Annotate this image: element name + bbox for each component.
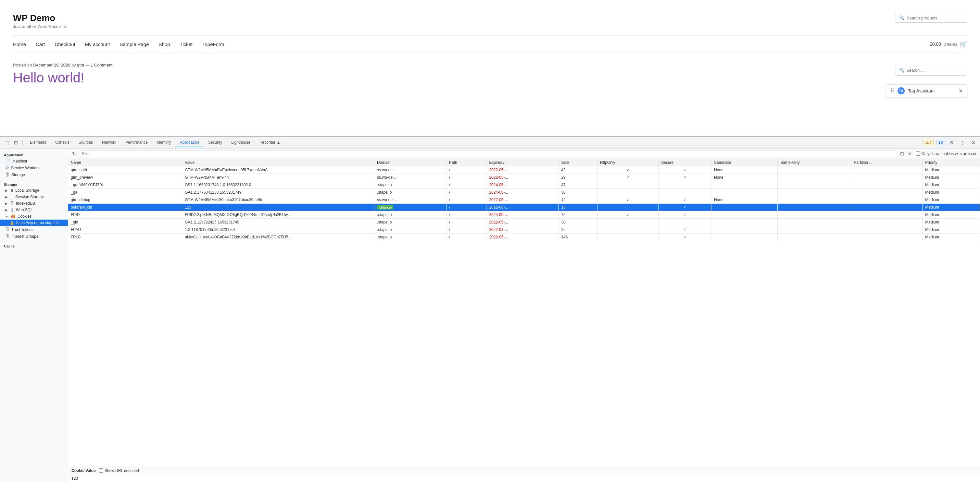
tab-sources[interactable]: Sources [74, 138, 97, 147]
cell-httponly: ✓ [597, 174, 658, 181]
tab-memory[interactable]: Memory [152, 138, 175, 147]
nav-typeform[interactable]: TypeForm [202, 41, 224, 47]
table-row[interactable]: outbrain_cid 123 .stape.io / 2022-06-...… [68, 204, 980, 211]
sidebar-item-storage[interactable]: 🗄 Storage [0, 171, 68, 178]
cell-sameparty [778, 196, 851, 204]
devtools-inspect-icon[interactable]: ⬚ [3, 139, 11, 147]
tag-assistant-close-icon[interactable]: ✕ [959, 88, 963, 94]
tab-security[interactable]: Security [204, 138, 227, 147]
cell-samesite: None [711, 174, 778, 181]
nav-home[interactable]: Home [13, 41, 26, 47]
post-date-link[interactable]: December 29, 2020 [33, 63, 70, 67]
sidebar-item-trust-tokens[interactable]: 🗄 Trust Tokens [0, 226, 68, 233]
sidebar-item-manifest[interactable]: 📄 Manifest [0, 158, 68, 165]
tab-network[interactable]: Network [97, 138, 121, 147]
cell-expires: 2022-05-... [487, 166, 558, 174]
only-issues-checkbox[interactable] [916, 151, 920, 156]
cell-sameparty [778, 181, 851, 189]
filter-options-icon[interactable]: ⊟ [899, 151, 905, 157]
col-domain: Domain [374, 159, 447, 166]
cookies-toolbar: ↻ ⊟ ✕ Only show cookies with an issue [68, 149, 980, 159]
cell-secure: ✓ [659, 174, 711, 181]
cell-secure: ✓ [659, 204, 711, 211]
cell-priority: Medium [923, 174, 980, 181]
col-sameparty: SameParty [778, 159, 851, 166]
tab-elements[interactable]: Elements [25, 138, 51, 147]
cell-value: 1.2.1187017905.1653231751 [182, 226, 374, 233]
tag-assistant-dots-icon[interactable]: ⠿ [890, 87, 894, 94]
table-row[interactable]: FPID FPID2.2.plKNRsMQMXIOO8gBQd%2B4mL3Yy… [68, 211, 980, 219]
table-row[interactable]: _gid GA1.2.126722425.1653231749 .stape.i… [68, 219, 980, 226]
sidebar-item-indexeddb[interactable]: ▶ 🗄 IndexedDB [0, 200, 68, 207]
tab-performance[interactable]: Performance [121, 138, 152, 147]
clear-filter-icon[interactable]: ✕ [907, 151, 913, 157]
col-expires: Expires /... [487, 159, 558, 166]
table-row[interactable]: gtm_preview GTM-W2VN5MM=env-44 ss.wp-de.… [68, 174, 980, 181]
nav-shop[interactable]: Shop [159, 41, 170, 47]
nav-my-account[interactable]: My account [85, 41, 110, 47]
refresh-cookies-button[interactable]: ↻ [71, 151, 77, 157]
manifest-icon: 📄 [5, 159, 10, 163]
table-row[interactable]: gtm_auth GTM-W2VN5MM=FwEpzhvmog05L7xgnoN… [68, 166, 980, 174]
tab-application[interactable]: Application [175, 138, 204, 147]
cell-domain: ss.wp-de... [374, 196, 447, 204]
cell-size: 75 [558, 211, 597, 219]
sidebar-item-interest-groups[interactable]: 🗄 Interest Groups [0, 233, 68, 240]
devtools-device-icon[interactable]: ⊡ [12, 139, 20, 147]
sidebar-search-box[interactable]: 🔍 [896, 65, 967, 76]
nav-cart[interactable]: Cart [36, 41, 45, 47]
cell-secure: ✓ [659, 233, 711, 241]
col-size: Size [558, 159, 597, 166]
cell-partition [851, 189, 923, 196]
site-title: WP Demo [13, 13, 66, 23]
close-devtools-icon[interactable]: ✕ [970, 139, 977, 147]
post-author-link[interactable]: gtm [77, 63, 84, 67]
cell-name: FPLC [68, 233, 182, 241]
sidebar-item-cookies[interactable]: ▼ 🍪 Cookies [0, 213, 68, 220]
table-row[interactable]: _ga_VM9YCFJZ0L GS1.1.1653231748.1.0.1653… [68, 181, 980, 189]
site-search-box[interactable]: 🔍 [896, 13, 967, 23]
show-url-decoded-checkbox[interactable] [99, 468, 103, 472]
table-row[interactable]: FPLC uNtvCUHUcuL4b0GnB4AJZ2bKv9bBLd1dx1%… [68, 233, 980, 241]
cookies-table-wrap: Name Value Domain Path Expires /... Size… [68, 159, 980, 466]
settings-icon[interactable]: ⚙ [948, 139, 956, 147]
sidebar-item-web-sql[interactable]: ▶ 🗄 Web SQL [0, 207, 68, 213]
devtools-tabs: Elements Console Sources Network Perform… [25, 138, 285, 147]
tab-console[interactable]: Console [51, 138, 74, 147]
sidebar-item-local-storage[interactable]: ▶ ⊞ Local Storage [0, 187, 68, 193]
table-row[interactable]: _ga GA1.2.1776041238.1653231749 .stape.i… [68, 189, 980, 196]
nav-checkout[interactable]: Checkout [54, 41, 75, 47]
col-samesite: SameSite [711, 159, 778, 166]
tab-lighthouse[interactable]: Lighthouse [227, 138, 255, 147]
sidebar-item-cookies-child[interactable]: 🔒 https://wp-demo.stape.io [0, 220, 68, 226]
cookie-value-display: 123 [68, 475, 980, 482]
table-row[interactable]: gtm_debug GTM-W2VN5MM=180ec4a3197bbac30a… [68, 196, 980, 204]
nav-sample-page[interactable]: Sample Page [119, 41, 149, 47]
cell-name: FPAU [68, 226, 182, 233]
cell-size: 29 [558, 226, 597, 233]
table-row[interactable]: FPAU 1.2.1187017905.1653231751 .stape.io… [68, 226, 980, 233]
nav-ticket[interactable]: Ticket [180, 41, 192, 47]
devtools-panel: ⬚ ⊡ Elements Console Sources Network Per… [0, 136, 980, 482]
devtools-body: Application 📄 Manifest ⚙ Service Workers… [0, 149, 980, 482]
cell-path: / [447, 204, 487, 211]
filter-options: ⊟ ✕ [899, 151, 913, 157]
sidebar-search-input[interactable] [906, 68, 963, 73]
cell-httponly [597, 219, 658, 226]
site-search-input[interactable] [907, 16, 963, 21]
cell-size: 29 [558, 174, 597, 181]
cell-httponly: ✓ [597, 211, 658, 219]
more-options-icon[interactable]: ⋮ [959, 139, 967, 147]
sidebar-item-session-storage[interactable]: ▶ ⊞ Session Storage [0, 193, 68, 200]
cell-name: FPID [68, 211, 182, 219]
cell-sameparty [778, 226, 851, 233]
cell-path: / [447, 211, 487, 219]
cell-priority: Medium [923, 211, 980, 219]
tab-recorder[interactable]: Recorder ▲ [255, 138, 285, 147]
filter-input[interactable] [80, 151, 896, 157]
post-comment-link[interactable]: 1 Comment [91, 63, 112, 67]
sidebar-item-service-workers[interactable]: ⚙ Service Workers [0, 165, 68, 171]
session-storage-grid-icon: ⊞ [10, 195, 13, 199]
cell-priority: Medium [923, 196, 980, 204]
cell-samesite [711, 233, 778, 241]
